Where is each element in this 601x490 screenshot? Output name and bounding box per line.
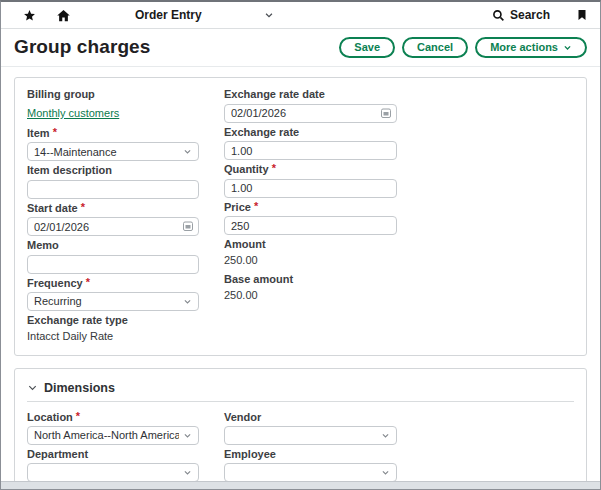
more-actions-button-label: More actions [490,41,558,53]
chevron-down-icon [183,431,192,440]
vendor-label: Vendor [224,411,397,424]
search-button[interactable]: Search [492,8,550,22]
vendor-field: Vendor [224,411,397,445]
chevron-down-icon [183,468,192,477]
dimensions-section-toggle[interactable]: Dimensions [27,379,574,402]
employee-select[interactable] [224,463,397,482]
search-icon [492,9,505,22]
item-description-field: Item description [27,164,199,199]
employee-label: Employee [224,448,397,461]
chevron-down-icon [381,468,390,477]
start-date-label: Start date [27,202,78,215]
frequency-select-value: Recurring [34,295,179,307]
dimensions-section: Dimensions Location * North America--Nor… [14,368,587,490]
application-menu-label: Order Entry [135,8,202,22]
location-label: Location [27,411,73,424]
start-date-input[interactable] [27,217,199,236]
calendar-icon[interactable] [379,106,392,119]
price-input[interactable] [224,216,397,235]
save-button[interactable]: Save [339,37,395,58]
employee-field: Employee [224,448,397,482]
exchange-rate-date-input[interactable] [224,104,397,123]
more-actions-button[interactable]: More actions [475,37,587,58]
application-menu[interactable]: Order Entry [101,8,274,22]
item-description-label: Item description [27,164,199,177]
header-actions: Save Cancel More actions [339,37,587,58]
charge-details-section: Billing group Monthly customers Item * 1… [14,77,587,356]
vendor-select[interactable] [224,426,397,445]
search-label: Search [510,8,550,22]
frequency-select[interactable]: Recurring [27,292,199,311]
quantity-field: Quantity * [224,163,397,198]
frequency-field: Frequency * Recurring [27,277,199,311]
amount-value: 250.00 [224,253,397,267]
item-select-value: 14--Maintenance [34,146,179,158]
exchange-rate-date-field: Exchange rate date [224,88,397,123]
calendar-icon[interactable] [181,220,194,233]
required-asterisk: * [53,127,57,138]
chevron-down-icon [264,10,274,20]
chevron-down-icon [563,43,572,52]
required-asterisk: * [86,277,90,288]
department-field: Department [27,448,199,482]
favorites-star-icon[interactable] [23,9,36,22]
billing-group-field: Billing group Monthly customers [27,88,199,124]
amount-label: Amount [224,238,397,251]
exchange-rate-type-value: Intacct Daily Rate [27,329,199,343]
exchange-rate-date-label: Exchange rate date [224,88,397,101]
chevron-down-icon [183,297,192,306]
chevron-down-icon [183,147,192,156]
billing-group-label: Billing group [27,88,199,101]
cancel-button[interactable]: Cancel [402,37,468,58]
department-select[interactable] [27,463,199,482]
top-nav-bar: Order Entry Search [1,2,600,29]
base-amount-value: 250.00 [224,288,397,302]
home-icon[interactable] [56,8,71,23]
quantity-input[interactable] [224,179,397,198]
price-field: Price * [224,201,397,236]
department-label: Department [27,448,199,461]
exchange-rate-type-field: Exchange rate type Intacct Daily Rate [27,314,199,343]
page-title: Group charges [14,36,150,58]
dimensions-left-column: Location * North America--North America … [27,411,199,490]
cancel-button-label: Cancel [417,41,453,53]
quantity-label: Quantity [224,163,269,176]
exchange-rate-input[interactable] [224,141,397,160]
app-window: Order Entry Search Group charges Save Ca… [0,0,601,490]
required-asterisk: * [254,201,258,212]
dimensions-right-column: Vendor Employee [224,411,397,490]
required-asterisk: * [81,202,85,213]
chevron-down-icon [381,431,390,440]
base-amount-label: Base amount [224,273,397,286]
page-header: Group charges Save Cancel More actions [1,29,600,67]
form-left-column: Billing group Monthly customers Item * 1… [27,88,199,349]
start-date-field: Start date * [27,202,199,237]
location-field: Location * North America--North America [27,411,199,445]
exchange-rate-type-label: Exchange rate type [27,314,199,327]
horizontal-scrollbar[interactable] [1,481,600,489]
required-asterisk: * [272,163,276,174]
chevron-down-icon [27,382,38,393]
billing-group-link[interactable]: Monthly customers [27,106,119,120]
save-button-label: Save [354,41,380,53]
exchange-rate-label: Exchange rate [224,126,397,139]
amount-field: Amount 250.00 [224,238,397,267]
required-asterisk: * [76,411,80,422]
form-right-column: Exchange rate date Exchange rate Quantit… [224,88,397,308]
memo-label: Memo [27,239,199,252]
item-label: Item [27,127,50,140]
bookmark-icon[interactable] [576,8,588,22]
frequency-label: Frequency [27,277,83,290]
location-select[interactable]: North America--North America [27,426,199,445]
dimensions-section-title: Dimensions [44,381,115,395]
memo-input[interactable] [27,255,199,274]
item-select[interactable]: 14--Maintenance [27,142,199,161]
item-field: Item * 14--Maintenance [27,127,199,161]
exchange-rate-field: Exchange rate [224,126,397,161]
memo-field: Memo [27,239,199,274]
price-label: Price [224,201,251,214]
base-amount-field: Base amount 250.00 [224,273,397,302]
location-select-value: North America--North America [34,429,179,441]
item-description-input[interactable] [27,180,199,199]
